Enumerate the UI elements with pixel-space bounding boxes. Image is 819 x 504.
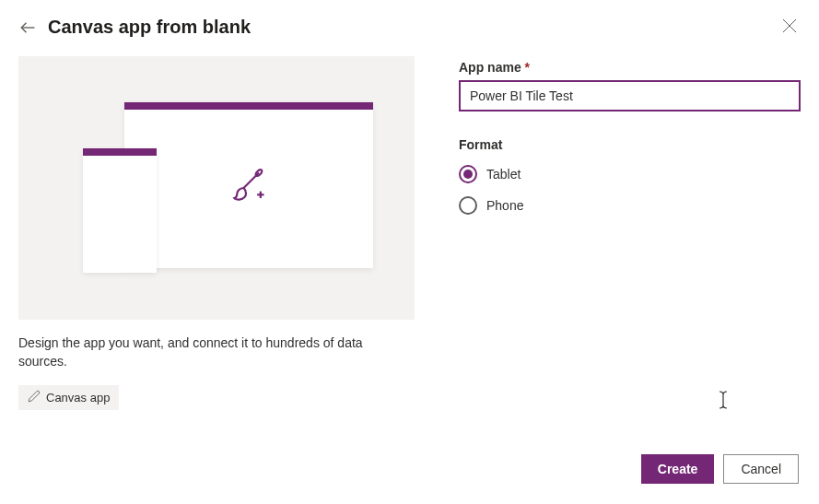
radio-selected-icon [459, 165, 477, 183]
format-option-tablet[interactable]: Tablet [459, 165, 801, 183]
tag-label: Canvas app [46, 391, 110, 404]
page-title: Canvas app from blank [48, 17, 251, 38]
radio-label-phone: Phone [486, 198, 523, 213]
required-indicator: * [525, 60, 530, 75]
right-column: App name * Format Tablet Phone [459, 56, 801, 410]
left-column: Design the app you want, and connect it … [18, 56, 415, 410]
text-cursor-icon [718, 391, 729, 414]
brush-icon [228, 168, 269, 211]
back-arrow-icon[interactable] [18, 18, 37, 37]
canvas-app-tag: Canvas app [18, 385, 119, 410]
radio-label-tablet: Tablet [486, 167, 521, 182]
format-section: Format Tablet Phone [459, 137, 801, 215]
pencil-icon [28, 390, 41, 405]
dialog-header: Canvas app from blank [0, 0, 819, 47]
close-icon[interactable] [782, 18, 799, 35]
phone-preview-shape [83, 148, 157, 273]
app-description: Design the app you want, and connect it … [18, 334, 415, 370]
dialog-footer: Create Cancel [641, 454, 799, 484]
content-area: Design the app you want, and connect it … [0, 47, 819, 410]
preview-thumbnail [18, 56, 415, 320]
format-label: Format [459, 137, 801, 152]
cancel-button[interactable]: Cancel [723, 454, 799, 484]
tablet-preview-shape [124, 102, 373, 268]
app-name-label: App name * [459, 60, 801, 75]
app-name-input[interactable] [459, 80, 801, 111]
radio-unselected-icon [459, 196, 477, 215]
create-button[interactable]: Create [641, 454, 715, 484]
format-option-phone[interactable]: Phone [459, 196, 801, 215]
